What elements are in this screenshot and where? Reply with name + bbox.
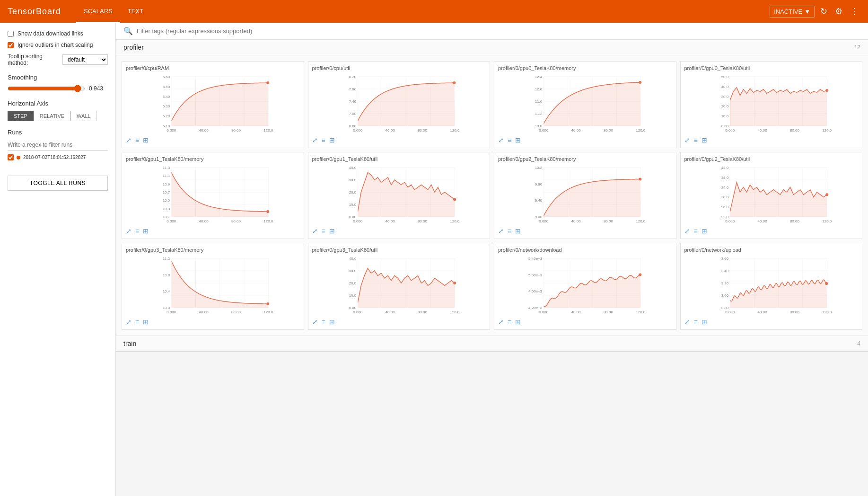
data-icon[interactable]: ≡ <box>508 227 511 235</box>
nav-scalars[interactable]: SCALARS <box>76 0 120 23</box>
svg-text:12.0: 12.0 <box>535 87 543 91</box>
svg-text:0.00: 0.00 <box>721 124 728 128</box>
axis-relative-button[interactable]: RELATIVE <box>34 111 70 121</box>
data-icon[interactable]: ≡ <box>694 318 698 326</box>
download-icon[interactable]: ⊞ <box>143 318 149 326</box>
svg-point-108 <box>266 210 269 213</box>
charts-grid-profiler: profiler/0/cpu/RAM5.605.505.405.305.205.… <box>116 55 868 336</box>
expand-icon[interactable]: ⤢ <box>498 227 504 235</box>
runs-section: Runs 2018-07-02T18:01:52.162827 <box>8 129 108 160</box>
svg-point-191 <box>266 302 269 305</box>
svg-text:5.50: 5.50 <box>163 85 170 89</box>
svg-text:120.0: 120.0 <box>822 219 832 223</box>
expand-icon[interactable]: ⤢ <box>684 318 690 326</box>
svg-text:40.00: 40.00 <box>571 310 581 314</box>
data-icon[interactable]: ≡ <box>135 136 139 144</box>
expand-icon[interactable]: ⤢ <box>312 136 318 144</box>
chart-actions: ⤢≡⊞ <box>126 318 300 326</box>
download-icon[interactable]: ⊞ <box>329 227 335 235</box>
chart-card: profiler/0/cpu/util8.207.807.407.006.600… <box>308 61 491 148</box>
chart-area: 8.207.807.407.006.600.00040.0080.00120.0 <box>312 73 486 134</box>
ignore-outliers-checkbox[interactable] <box>8 42 14 48</box>
chart-area: 11.311.110.910.710.510.310.10.00040.0080… <box>126 164 300 225</box>
search-input[interactable] <box>137 27 860 35</box>
svg-text:5.30: 5.30 <box>163 104 170 108</box>
download-icon[interactable]: ⊞ <box>701 136 707 144</box>
expand-icon[interactable]: ⤢ <box>498 136 504 144</box>
expand-icon[interactable]: ⤢ <box>684 136 690 144</box>
download-icon[interactable]: ⊞ <box>143 136 149 144</box>
svg-point-212 <box>453 282 456 284</box>
run-checkbox[interactable] <box>8 154 14 160</box>
chart-actions: ⤢≡⊞ <box>498 318 672 326</box>
svg-text:20.0: 20.0 <box>721 104 728 108</box>
data-icon[interactable]: ≡ <box>508 318 511 326</box>
svg-text:7.40: 7.40 <box>349 99 356 104</box>
section-header-profiler[interactable]: profiler 12 <box>116 40 868 55</box>
nav-text[interactable]: TEXT <box>120 0 151 23</box>
download-icon[interactable]: ⊞ <box>701 227 707 235</box>
svg-text:0.00: 0.00 <box>349 215 356 219</box>
svg-text:20.0: 20.0 <box>349 190 356 195</box>
chart-actions: ⤢≡⊞ <box>684 318 859 326</box>
data-icon[interactable]: ≡ <box>694 136 698 144</box>
data-icon[interactable]: ≡ <box>322 227 325 235</box>
toggle-all-runs-button[interactable]: TOGGLE ALL RUNS <box>8 176 108 191</box>
tooltip-select[interactable]: default ascending descending nearest <box>62 54 108 65</box>
data-icon[interactable]: ≡ <box>322 318 325 326</box>
svg-text:3.60: 3.60 <box>721 257 728 261</box>
expand-icon[interactable]: ⤢ <box>498 318 504 326</box>
svg-point-232 <box>639 274 641 276</box>
section-header-train[interactable]: train 4 <box>116 336 868 352</box>
expand-icon[interactable]: ⤢ <box>312 318 318 326</box>
svg-text:40.0: 40.0 <box>349 166 356 170</box>
svg-text:40.00: 40.00 <box>757 310 767 314</box>
svg-text:3.20: 3.20 <box>721 281 728 285</box>
expand-icon[interactable]: ⤢ <box>126 136 132 144</box>
download-icon[interactable]: ⊞ <box>515 136 521 144</box>
data-icon[interactable]: ≡ <box>508 136 511 144</box>
axis-step-button[interactable]: STEP <box>8 111 34 121</box>
runs-filter-input[interactable] <box>8 140 108 151</box>
data-icon[interactable]: ≡ <box>322 136 325 144</box>
chart-card: profiler/0/gpu0_TeslaK80/memory12.412.01… <box>494 61 676 148</box>
svg-text:5.20: 5.20 <box>163 114 170 118</box>
download-icon[interactable]: ⊞ <box>515 318 521 326</box>
more-vert-icon[interactable]: ⋮ <box>848 4 860 18</box>
chart-area: 10.29.809.409.000.00040.0080.00120.0 <box>498 164 672 225</box>
section-count-train: 4 <box>857 340 860 347</box>
svg-text:120.0: 120.0 <box>822 128 832 133</box>
expand-icon[interactable]: ⤢ <box>126 318 132 326</box>
expand-icon[interactable]: ⤢ <box>312 227 318 235</box>
download-icon[interactable]: ⊞ <box>143 227 149 235</box>
chart-svg: 11.311.110.910.710.510.310.10.00040.0080… <box>126 164 300 225</box>
download-icon[interactable]: ⊞ <box>701 318 707 326</box>
settings-icon[interactable]: ⚙ <box>833 4 844 18</box>
chart-area: 42.038.034.030.026.022.00.00040.0080.001… <box>684 164 859 225</box>
svg-text:10.4: 10.4 <box>163 289 170 293</box>
axis-wall-button[interactable]: WALL <box>70 111 97 121</box>
expand-icon[interactable]: ⤢ <box>126 227 132 235</box>
svg-text:10.8: 10.8 <box>535 124 543 128</box>
show-data-links-checkbox[interactable] <box>8 31 14 37</box>
data-icon[interactable]: ≡ <box>135 227 139 235</box>
chart-card: profiler/0/gpu3_TeslaK80/util40.030.020.… <box>308 243 491 330</box>
download-icon[interactable]: ⊞ <box>329 136 335 144</box>
svg-text:30.0: 30.0 <box>721 195 728 199</box>
data-icon[interactable]: ≡ <box>694 227 698 235</box>
smoothing-slider[interactable] <box>8 85 85 92</box>
download-icon[interactable]: ⊞ <box>515 227 521 235</box>
refresh-icon[interactable]: ↻ <box>818 4 829 18</box>
svg-text:0.000: 0.000 <box>725 310 735 314</box>
show-data-links-row: Show data download links <box>8 30 108 37</box>
status-select[interactable]: INACTIVE ▼ <box>770 6 815 18</box>
download-icon[interactable]: ⊞ <box>329 318 335 326</box>
svg-text:0.000: 0.000 <box>353 310 363 314</box>
section-name-profiler: profiler <box>123 44 854 51</box>
svg-text:0.000: 0.000 <box>353 128 363 133</box>
expand-icon[interactable]: ⤢ <box>684 227 690 235</box>
chart-title: profiler/0/gpu2_TeslaK80/util <box>684 156 859 162</box>
svg-text:10.1: 10.1 <box>163 215 170 219</box>
data-icon[interactable]: ≡ <box>135 318 139 326</box>
sidebar: Show data download links Ignore outliers… <box>0 23 116 496</box>
